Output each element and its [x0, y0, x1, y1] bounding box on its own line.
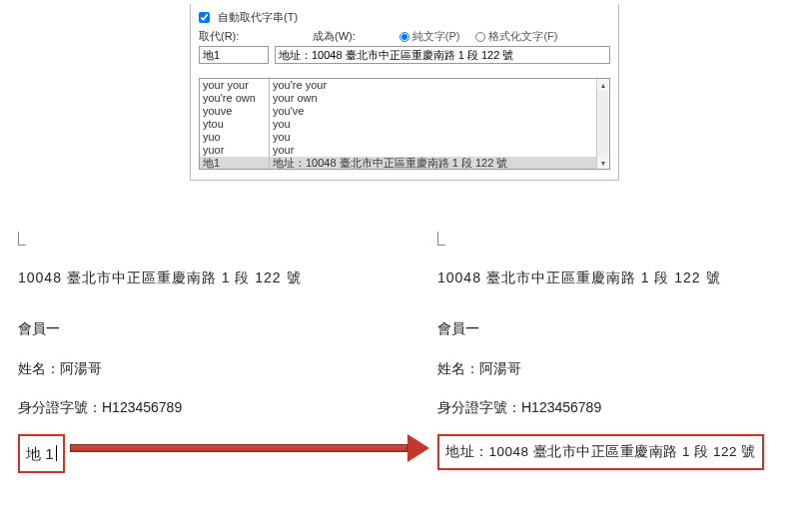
replace-label: 取代(R):	[199, 29, 269, 44]
with-label: 成為(W):	[313, 29, 356, 44]
typed-short-box[interactable]: 地 1	[18, 434, 65, 473]
auto-replace-checkbox[interactable]	[199, 12, 210, 23]
radio-format[interactable]	[475, 32, 485, 42]
list-item[interactable]: yuo	[200, 131, 269, 144]
list-item[interactable]: yuor	[200, 144, 269, 157]
with-input[interactable]	[275, 46, 610, 64]
typed-full-text: 地址：10048 臺北市中正區重慶南路 1 段 122 號	[445, 444, 756, 459]
list-body: your your you're own youve ytou yuo yuor…	[200, 79, 609, 169]
id-line: 身分證字號：H123456789	[18, 395, 378, 420]
autocorrect-panel: 自動取代字串(T) 取代(R): 成為(W): 純文字(P) 格式化文字(F) …	[190, 4, 619, 181]
name-line: 姓名：阿湯哥	[18, 356, 378, 381]
corner-mark-icon	[437, 232, 445, 246]
address-header: 10048 臺北市中正區重慶南路 1 段 122 號	[18, 266, 378, 290]
arrow-head-icon	[407, 434, 429, 462]
list-item[interactable]: you've	[270, 105, 609, 118]
radio-plain-wrap[interactable]: 純文字(P)	[400, 29, 460, 44]
list-item[interactable]: youve	[200, 105, 269, 118]
list-item-selected[interactable]: 地址：10048 臺北市中正區重慶南路 1 段 122 號	[270, 157, 609, 170]
list-item[interactable]: you	[270, 131, 609, 144]
address-header: 10048 臺北市中正區重慶南路 1 段 122 號	[437, 266, 797, 290]
list-item[interactable]: your your	[200, 79, 269, 92]
list-item-selected[interactable]: 地1	[200, 157, 269, 170]
autocorrect-list[interactable]: your your you're own youve ytou yuo yuor…	[199, 78, 610, 170]
replace-input[interactable]	[199, 46, 269, 64]
list-item[interactable]: your	[270, 144, 609, 157]
scroll-down-icon[interactable]: ▾	[597, 157, 609, 169]
radio-format-wrap[interactable]: 格式化文字(F)	[475, 29, 557, 44]
radio-format-label: 格式化文字(F)	[488, 29, 557, 44]
list-item[interactable]: ytou	[200, 118, 269, 131]
caret-icon	[56, 445, 57, 461]
radio-plain-label: 純文字(P)	[412, 29, 460, 44]
arrow-shaft	[70, 444, 407, 452]
list-item[interactable]: you're own	[200, 92, 269, 105]
id-line: 身分證字號：H123456789	[437, 395, 797, 420]
corner-mark-icon	[18, 232, 26, 246]
typed-full-box: 地址：10048 臺北市中正區重慶南路 1 段 122 號	[437, 434, 764, 470]
name-line: 姓名：阿湯哥	[437, 356, 797, 381]
list-item[interactable]: you're your	[270, 79, 609, 92]
scrollbar[interactable]: ▴ ▾	[596, 79, 609, 169]
list-item[interactable]: your own	[270, 92, 609, 105]
scroll-up-icon[interactable]: ▴	[597, 79, 609, 91]
doc-after: 10048 臺北市中正區重慶南路 1 段 122 號 會員一 姓名：阿湯哥 身分…	[437, 232, 797, 470]
typed-short-text: 地 1	[26, 440, 54, 467]
radio-plain[interactable]	[400, 32, 409, 42]
list-item[interactable]: you	[270, 118, 609, 131]
auto-replace-label: 自動取代字串(T)	[218, 10, 298, 25]
member-label: 會員一	[18, 316, 378, 341]
arrow-icon	[70, 437, 429, 459]
member-label: 會員一	[437, 316, 797, 341]
